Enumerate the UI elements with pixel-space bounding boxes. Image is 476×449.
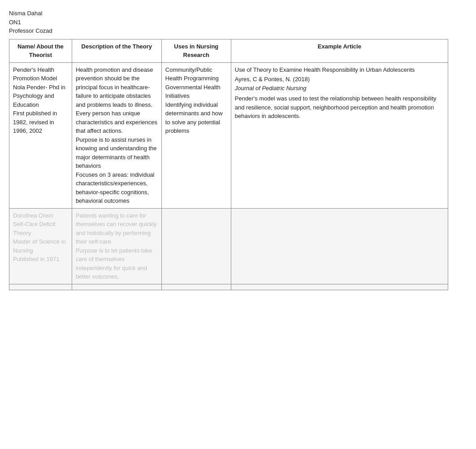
cell-article (231, 208, 448, 284)
article-citation: Ayres, C & Pontes, N. (2018) (235, 76, 310, 83)
cell-description (72, 284, 161, 290)
article-body: Pender's model was used to test the rela… (235, 95, 437, 119)
col-header-description: Description of the Theory (72, 39, 161, 62)
cell-theorist (9, 284, 72, 290)
col-header-uses: Uses in Nursing Research (161, 39, 231, 62)
cell-article (231, 284, 448, 290)
cell-article: Use of Theory to Examine Health Responsi… (231, 62, 448, 208)
header-line2: ON1 (9, 18, 467, 27)
cell-theorist: Dorothea Orem Self-Care Deficit Theory M… (9, 208, 72, 284)
cell-description: Health promotion and disease prevention … (72, 62, 161, 208)
cell-description: Patients wanting to care for themselves … (72, 208, 161, 284)
table-row: Dorothea Orem Self-Care Deficit Theory M… (9, 208, 448, 284)
table-row (9, 284, 448, 290)
article-title: Use of Theory to Examine Health Responsi… (235, 65, 444, 74)
article-journal: Journal of Pediatric Nursing (235, 84, 444, 93)
table-row: Pender's Health Promotion Model Nola Pen… (9, 62, 448, 208)
cell-uses (161, 284, 231, 290)
header-line1: Nisma Dahal (9, 9, 467, 18)
theory-table: Name/ About the Theorist Description of … (9, 39, 448, 290)
cell-uses (161, 208, 231, 284)
col-header-article: Example Article (231, 39, 448, 62)
col-header-theorist: Name/ About the Theorist (9, 39, 72, 62)
header-line3: Professor Cozad (9, 26, 467, 35)
cell-uses: Community/Public Health Programming Gove… (161, 62, 231, 208)
header-block: Nisma Dahal ON1 Professor Cozad (9, 9, 467, 35)
cell-theorist: Pender's Health Promotion Model Nola Pen… (9, 62, 72, 208)
